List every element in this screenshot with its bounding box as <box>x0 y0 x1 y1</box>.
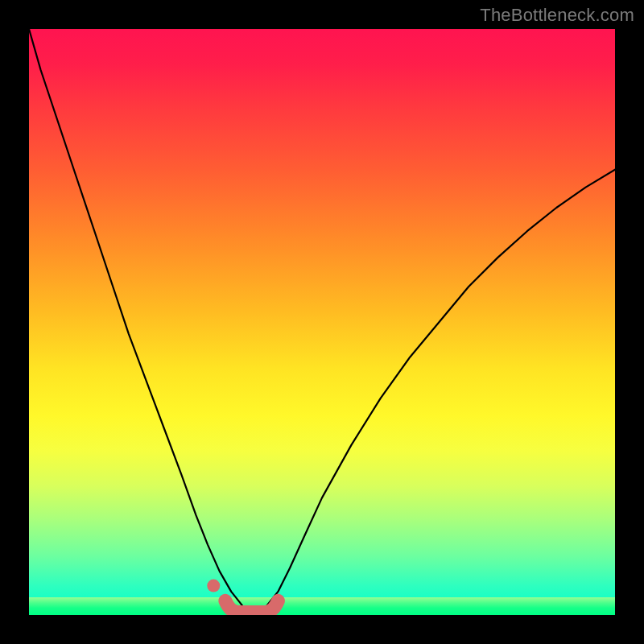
watermark-text: TheBottleneck.com <box>480 5 634 26</box>
optimal-zone-marker <box>225 601 279 612</box>
plot-area <box>29 29 615 615</box>
optimal-zone-start-dot <box>207 580 220 592</box>
chart-frame: TheBottleneck.com <box>0 0 644 644</box>
bottleneck-curve <box>29 29 615 612</box>
chart-svg-overlay <box>29 29 615 615</box>
